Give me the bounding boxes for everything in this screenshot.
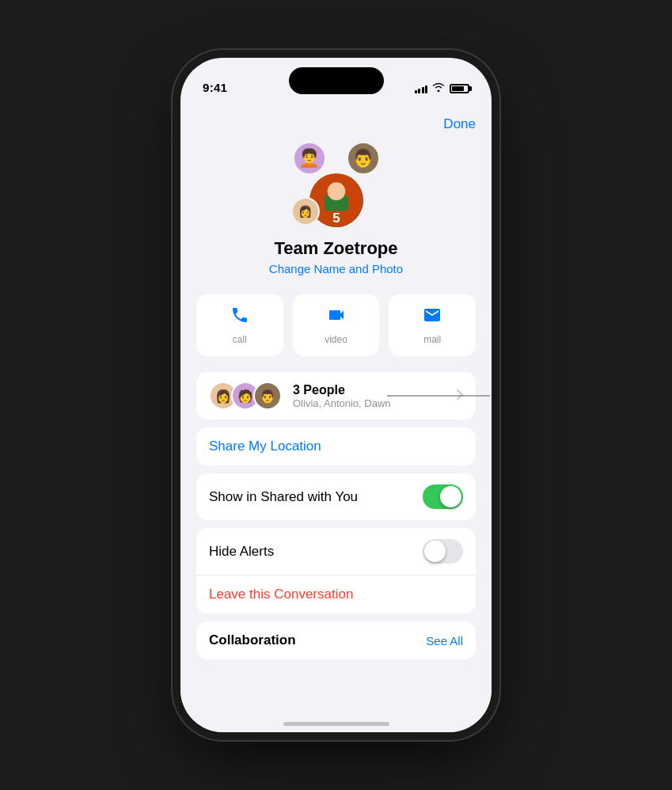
group-section: 🧑‍🦱 👨 <box>196 142 476 275</box>
people-info: 3 People Olivia, Antonio, Dawn <box>293 383 457 409</box>
collaboration-section: Collaboration See All <box>196 621 476 659</box>
avatar-small-1: 🧑‍🦱 <box>293 142 326 175</box>
video-icon <box>327 306 346 329</box>
svg-point-2 <box>327 182 345 200</box>
hide-alerts-item[interactable]: Hide Alerts <box>196 528 476 575</box>
header-row: Done <box>196 101 476 142</box>
action-row: call video mail <box>196 294 476 356</box>
leave-conversation-item[interactable]: Leave this Conversation <box>196 575 476 613</box>
phone-frame: 9:41 Done <box>180 58 492 732</box>
hide-alerts-label: Hide Alerts <box>209 544 274 560</box>
group-name: Team Zoetrope <box>274 238 397 259</box>
hide-alerts-toggle[interactable] <box>423 539 463 564</box>
video-button[interactable]: video <box>293 294 380 356</box>
content-area: Done 🧑‍🦱 👨 <box>180 101 492 732</box>
dynamic-island <box>289 67 384 94</box>
mail-label: mail <box>423 334 441 345</box>
wifi-icon <box>432 82 445 94</box>
show-shared-item[interactable]: Show in Shared with You <box>196 473 476 520</box>
person-avatar-3: 👨 <box>253 382 282 410</box>
people-avatars: 👩 🧑 👨 <box>209 382 282 410</box>
show-shared-section: Show in Shared with You <box>196 473 476 520</box>
avatar-small-3: 👩 <box>291 197 320 226</box>
status-time: 9:41 <box>203 81 227 94</box>
home-indicator <box>283 722 389 726</box>
share-location-section: Share My Location <box>196 427 476 465</box>
hide-leave-section: Hide Alerts Leave this Conversation <box>196 528 476 613</box>
call-icon <box>230 306 249 329</box>
show-shared-label: Show in Shared with You <box>209 489 358 505</box>
battery-icon <box>450 84 469 93</box>
call-button[interactable]: call <box>196 294 283 356</box>
done-button[interactable]: Done <box>443 113 476 135</box>
call-label: call <box>233 334 247 345</box>
mail-button[interactable]: mail <box>389 294 476 356</box>
see-all-button[interactable]: See All <box>426 634 463 648</box>
show-shared-toggle[interactable] <box>423 484 463 509</box>
people-names: Olivia, Antonio, Dawn <box>293 397 457 409</box>
change-name-photo-link[interactable]: Change Name and Photo <box>269 262 403 275</box>
collaboration-header: Collaboration See All <box>196 621 476 659</box>
people-card: 👩 🧑 👨 3 People <box>196 372 476 420</box>
video-label: video <box>325 334 347 345</box>
status-icons <box>415 82 470 94</box>
leave-conversation-label: Leave this Conversation <box>209 587 353 602</box>
people-count: 3 People <box>293 383 457 397</box>
sheet: Done 🧑‍🦱 👨 <box>180 101 492 699</box>
share-location-item[interactable]: Share My Location <box>196 427 476 465</box>
svg-text:5: 5 <box>332 211 340 226</box>
share-location-label: Share My Location <box>209 439 321 454</box>
people-row[interactable]: 👩 🧑 👨 3 People <box>196 372 476 420</box>
chevron-right-icon <box>457 389 463 403</box>
group-avatar-cluster: 🧑‍🦱 👨 <box>293 142 380 229</box>
collaboration-title: Collaboration <box>209 632 296 648</box>
signal-icon <box>415 84 428 93</box>
mail-icon <box>423 306 442 329</box>
avatar-small-2: 👨 <box>347 142 380 175</box>
